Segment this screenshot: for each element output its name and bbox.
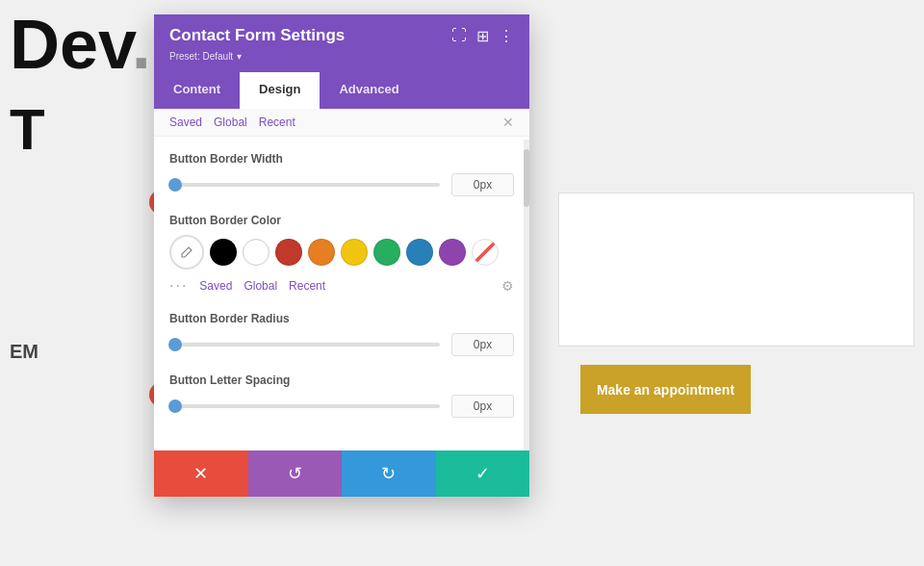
- border-radius-input[interactable]: [451, 333, 514, 356]
- color-swatch-blue[interactable]: [406, 239, 433, 266]
- save-button[interactable]: ✓: [436, 450, 530, 497]
- letter-spacing-track[interactable]: [169, 404, 440, 408]
- modal-title: Contact Form Settings: [169, 26, 345, 45]
- letter-spacing-label: Button Letter Spacing: [169, 373, 514, 387]
- color-swatch-yellow[interactable]: [341, 239, 368, 266]
- subnav-global[interactable]: Global: [214, 116, 247, 129]
- columns-icon[interactable]: ⊞: [476, 27, 489, 45]
- cancel-button[interactable]: ✕: [154, 450, 248, 497]
- subnav-recent[interactable]: Recent: [259, 116, 295, 129]
- subnav-close[interactable]: ✕: [502, 115, 514, 130]
- color-subnav-saved[interactable]: Saved: [199, 279, 232, 293]
- border-radius-track[interactable]: [169, 343, 440, 347]
- subnav-saved[interactable]: Saved: [169, 116, 202, 129]
- color-swatch-purple[interactable]: [439, 239, 466, 266]
- tab-advanced[interactable]: Advanced: [320, 72, 418, 109]
- border-width-slider-row: [169, 173, 514, 196]
- color-more-dots[interactable]: ···: [169, 277, 188, 295]
- border-radius-section: Button Border Radius: [169, 312, 514, 356]
- modal-header-top: Contact Form Settings ⛶ ⊞ ⋮: [169, 26, 514, 45]
- modal-footer: ✕ ↺ ↻ ✓: [154, 450, 529, 497]
- border-radius-slider-row: [169, 333, 514, 356]
- border-width-input[interactable]: [451, 173, 514, 196]
- settings-modal: Contact Form Settings ⛶ ⊞ ⋮ Preset: Defa…: [154, 14, 529, 497]
- tab-design[interactable]: Design: [240, 72, 320, 109]
- border-width-track[interactable]: [169, 183, 440, 187]
- color-subnav-recent[interactable]: Recent: [289, 279, 325, 293]
- letter-spacing-input[interactable]: [451, 395, 514, 418]
- border-radius-thumb[interactable]: [168, 338, 182, 351]
- border-color-label: Button Border Color: [169, 214, 514, 227]
- color-subnav-global[interactable]: Global: [244, 279, 277, 293]
- color-swatch-green[interactable]: [373, 239, 400, 266]
- modal-subnav: Saved Global Recent ✕: [154, 109, 529, 137]
- modal-scrollbar[interactable]: [524, 140, 529, 450]
- border-width-section: Button Border Width: [169, 152, 514, 196]
- color-swatch-row: [169, 235, 514, 270]
- reset-button[interactable]: ↺: [248, 450, 343, 497]
- letter-spacing-thumb[interactable]: [168, 399, 182, 413]
- color-swatch-none[interactable]: [472, 239, 499, 266]
- color-swatch-red[interactable]: [275, 239, 302, 266]
- border-width-thumb[interactable]: [168, 178, 182, 192]
- more-options-icon[interactable]: ⋮: [499, 27, 514, 45]
- color-picker-button[interactable]: [169, 235, 204, 270]
- expand-icon[interactable]: ⛶: [451, 27, 467, 44]
- page-label: EM: [10, 341, 38, 363]
- modal-header-icons: ⛶ ⊞ ⋮: [451, 27, 514, 45]
- border-color-section: Button Border Color ··· Saved: [169, 214, 514, 295]
- border-radius-label: Button Border Radius: [169, 312, 514, 325]
- redo-button[interactable]: ↻: [342, 450, 436, 497]
- form-area: [558, 193, 914, 347]
- color-swatch-white[interactable]: [243, 239, 270, 266]
- letter-spacing-slider-row: [169, 395, 514, 418]
- tab-content[interactable]: Content: [154, 72, 240, 109]
- appointment-button[interactable]: Make an appointment: [580, 365, 751, 414]
- modal-tabs: Content Design Advanced: [154, 72, 529, 109]
- border-width-label: Button Border Width: [169, 152, 514, 166]
- modal-body: Button Border Width Button Border Color: [154, 137, 529, 450]
- color-swatch-black[interactable]: [210, 239, 237, 266]
- modal-header: Contact Form Settings ⛶ ⊞ ⋮ Preset: Defa…: [154, 14, 529, 72]
- page-subheading: T: [10, 96, 45, 163]
- letter-spacing-section: Button Letter Spacing: [169, 373, 514, 418]
- color-gear-icon[interactable]: ⚙: [501, 278, 514, 294]
- modal-scrollbar-thumb: [524, 149, 529, 207]
- modal-preset[interactable]: Preset: Default ▾: [169, 49, 514, 63]
- color-subnav: ··· Saved Global Recent ⚙: [169, 277, 514, 295]
- color-swatch-orange[interactable]: [308, 239, 335, 266]
